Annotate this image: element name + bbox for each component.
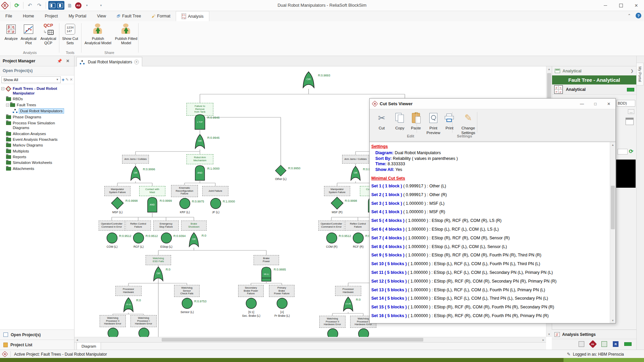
project-list-bar[interactable]: Project List — [0, 340, 74, 350]
ft-gate-l-top[interactable]: L TOP — [194, 114, 206, 130]
horizontal-scroll-thumb[interactable] — [162, 338, 423, 342]
sidebar-item-rbds[interactable]: RBDs — [1, 96, 74, 102]
ft-gate-or[interactable]: OR — [153, 266, 164, 282]
ft-label-manipulator[interactable]: Manipulator System Failure — [324, 186, 350, 196]
document-tab[interactable]: Dual Robot Manipulators ✕ — [76, 57, 142, 66]
cut-button[interactable]: ✂Cut — [373, 111, 390, 130]
analytical-slide-header[interactable]: Analytical ❯ — [552, 66, 636, 75]
settings-checklist-icon[interactable] — [579, 341, 584, 347]
close-button[interactable]: ✕ — [629, 0, 644, 11]
panel-toggle-group[interactable] — [48, 1, 64, 10]
sidebar-item-simulation-worksheets[interactable]: Simulation Worksheets — [1, 160, 74, 166]
publish-fitted-model-button[interactable]: Publish Fitted Model — [112, 22, 140, 49]
redo-icon[interactable]: ↷ — [35, 1, 43, 9]
ft-gate-or[interactable]: OR — [350, 166, 361, 181]
cut-set-line[interactable]: Set 15 ( 5 blocks ) ( 1.000000 ) : EStop… — [371, 303, 606, 312]
maximize-button[interactable] — [613, 0, 629, 11]
dialog-maximize-button[interactable]: □ — [589, 99, 602, 109]
ft-label-reflex-control[interactable]: Reflex Control Failure — [125, 221, 151, 231]
reference-book-icon[interactable]: R — [613, 341, 619, 347]
cut-set-line[interactable]: Set 12 ( 5 blocks ) ( 1.000000 ) : EStop… — [371, 277, 606, 286]
ribbon-tab-home[interactable]: Home — [17, 11, 39, 21]
tree-root-project[interactable]: −Fault Trees - Dual Robot Manipulator — [1, 85, 74, 96]
ft-label-manipulator[interactable]: Manipulator System Failure — [104, 186, 130, 196]
ft-label-brake[interactable]: Brake Power — [254, 255, 279, 265]
ft-label-kinematic[interactable]: Kinematic Reconfiguration Failure — [171, 185, 198, 197]
sidebar-item-fault-trees[interactable]: −Fault Trees — [1, 102, 74, 108]
ft-label-watchdog[interactable]: Watchdog Processor I Hardware Error — [130, 315, 157, 327]
cut-set-line[interactable]: Set 11 ( 5 blocks ) ( 1.000000 ) : EStop… — [371, 268, 606, 277]
project-manager-toggle-icon[interactable] — [50, 3, 55, 8]
ft-gate-circle[interactable] — [179, 198, 191, 209]
dialog-close-button[interactable]: ✕ — [602, 99, 615, 109]
ft-label-watchdog[interactable]: Watchdog Processor II Hardware Error — [100, 315, 126, 327]
close-document-icon[interactable]: ✕ — [134, 60, 139, 64]
reliasoft-menu-icon[interactable]: RS — [75, 2, 82, 9]
ft-label-arm-jams-collides[interactable]: Arm Jams / Collides — [122, 155, 149, 164]
ft-gate-sb-l-[interactable]: SB (L) — [261, 266, 272, 282]
ft-label-emergency[interactable]: Emergency Stop Failure — [153, 221, 179, 231]
publish-analytical-model-button[interactable]: Publish Analytical Model — [84, 22, 112, 49]
ft-label-contact-with[interactable]: Contact with Mast — [139, 186, 165, 196]
ft-label-watchdog[interactable]: Watchdog ESD Fails — [146, 255, 171, 265]
calendar-icon[interactable] — [626, 118, 634, 125]
ft-gate-circle[interactable] — [107, 327, 119, 337]
ft-gate-circle[interactable] — [358, 328, 369, 337]
cut-set-line[interactable]: Set 4 ( 1 block ) ( 1.000000 ) : MSF (R) — [371, 208, 606, 217]
ft-gate-ls-r-[interactable]: LS (R) — [342, 297, 354, 312]
rs-diamond-icon[interactable]: RS — [589, 340, 597, 348]
sidebar-item-event-analysis-flowcharts[interactable]: Event Analysis Flowcharts — [1, 136, 74, 142]
ft-gate-circle[interactable] — [161, 232, 172, 244]
sidebar-item-reports[interactable]: Reports — [1, 154, 74, 160]
paste-button[interactable]: Paste — [407, 111, 425, 130]
ft-label-reflex-control[interactable]: Reflex Control Failure — [345, 221, 371, 231]
ft-gate-and[interactable]: AND — [194, 165, 206, 181]
blocksim-logo-icon[interactable]: B — [1, 1, 9, 9]
ft-gate-or[interactable]: OR — [302, 71, 315, 89]
ribbon-tab-project[interactable]: Project — [40, 11, 63, 21]
ft-gate-or[interactable]: OR — [188, 232, 200, 248]
ft-label-watchdog[interactable]: Watchdog Processor II Hardware Error — [319, 316, 345, 328]
ft-label-processor[interactable]: Processor Hardware — [335, 286, 361, 296]
analysis-settings-header[interactable]: ∫Σ Analysis Settings — [552, 330, 636, 339]
show-all-dropdown[interactable]: Show All▼ — [1, 76, 61, 83]
scroll-left-icon[interactable]: ◄ — [74, 337, 80, 343]
collapse-ribbon-icon[interactable]: ⌃ — [628, 13, 631, 18]
cut-set-line[interactable]: Set 10 ( 5 blocks ) ( 1.000000 ) : EStop… — [371, 260, 606, 268]
ft-gate-circle[interactable] — [276, 298, 288, 309]
ft-label-robot-arm[interactable]: Robot Arm Mechanism — [186, 154, 213, 164]
ft-gate-circle[interactable] — [326, 232, 337, 244]
ft-label-processor[interactable]: Processor Hardware — [115, 286, 142, 296]
ribbon-tab-my-portal[interactable]: My Portal — [63, 11, 92, 21]
scroll-right-icon[interactable]: ► — [541, 337, 546, 343]
cut-set-line[interactable]: Set 7 ( 4 blocks ) ( 1.000000 ) : EStop … — [371, 234, 606, 243]
dialog-scroll-thumb[interactable] — [611, 186, 615, 229]
open-projects-bar[interactable]: Open Project(s) — [0, 329, 74, 340]
analytical-qcp-button[interactable]: QCP↳Analytical QCP — [38, 22, 59, 49]
qat-customize-icon[interactable]: ▾ — [97, 1, 105, 9]
cut-set-line[interactable]: Set 3 ( 1 block ) ( 1.000000 ) : MSF (L) — [371, 199, 606, 208]
dialog-scrollbar[interactable]: ▲ ▼ — [610, 142, 615, 323]
dialog-title-bar[interactable]: B Cut Sets Viewer — □ ✕ — [370, 99, 615, 109]
collapse-icon[interactable]: − — [1, 87, 4, 90]
sidebar-item-allocation-analyses[interactable]: Allocation Analyses — [1, 131, 74, 136]
panel-close-toggle-icon[interactable] — [57, 3, 63, 8]
sidebar-item-process-flow-simulation-diagrams[interactable]: Process Flow Simulation Diagrams — [1, 120, 74, 131]
ft-gate-or[interactable]: OR — [194, 134, 206, 149]
sidebar-item-multiplots[interactable]: Multiplots — [1, 148, 74, 154]
dialog-scroll-down-icon[interactable]: ▼ — [610, 318, 615, 323]
ft-gate-circle[interactable] — [353, 232, 364, 244]
sidebar-item-dual-robot-manipulators[interactable]: Dual Robot Manipulators — [1, 108, 74, 114]
ft-gate-diamond[interactable] — [111, 197, 124, 209]
ribbon-tab-fault-tree[interactable]: 🗗Fault Tree — [111, 11, 146, 21]
ft-label-watchdog[interactable]: Watchdog Sensor Check Fails — [174, 285, 200, 297]
ft-gate-circle[interactable] — [246, 298, 257, 309]
sidebar-item-markov-diagrams[interactable]: Markov Diagrams — [1, 142, 74, 148]
ft-gate-circle[interactable] — [133, 232, 144, 244]
ft-gate-circle[interactable] — [138, 327, 150, 337]
ft-gate-circle[interactable] — [106, 232, 118, 244]
ft-label-secondary[interactable]: Secondary Brake Power Failure — [238, 285, 264, 297]
print-button[interactable]: Print — [441, 111, 458, 130]
worksheet-icon[interactable]: 🗎 — [66, 1, 74, 9]
small-field[interactable] — [618, 149, 628, 155]
